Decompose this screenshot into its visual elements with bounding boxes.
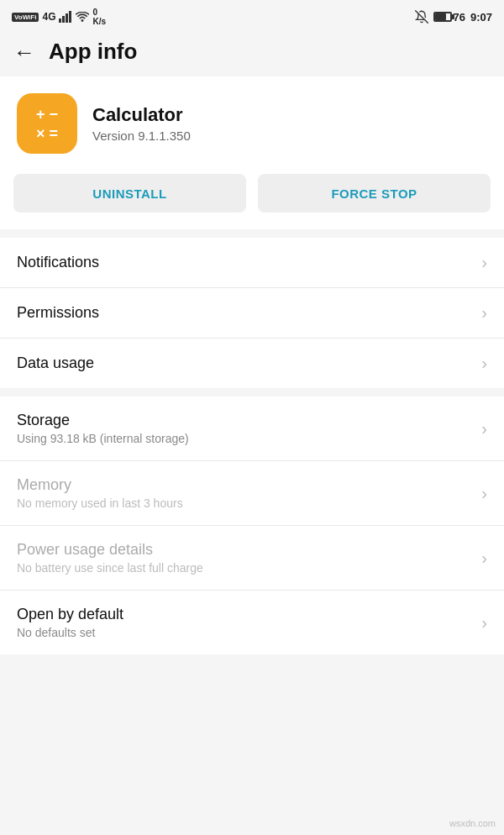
svg-rect-2 — [66, 13, 68, 23]
data-usage-item[interactable]: Data usage › — [0, 339, 504, 388]
status-right: 76 9:07 — [415, 10, 493, 24]
memory-subtitle: No memory used in last 3 hours — [17, 496, 183, 510]
calc-minus: − — [50, 107, 59, 122]
status-left: VoWiFi 4G 0K/s — [12, 8, 106, 26]
chevron-right-icon: › — [481, 253, 487, 272]
chevron-right-icon: › — [481, 303, 487, 323]
back-button[interactable]: ← — [13, 41, 35, 63]
app-name: Calculator — [92, 104, 191, 126]
action-buttons: UNINSTALL FORCE STOP — [0, 174, 504, 229]
force-stop-button[interactable]: FORCE STOP — [258, 174, 491, 213]
chevron-right-icon: › — [481, 419, 487, 439]
uninstall-button[interactable]: UNINSTALL — [13, 174, 246, 213]
section-divider-2 — [0, 388, 504, 396]
storage-title: Storage — [17, 412, 189, 429]
memory-item[interactable]: Memory No memory used in last 3 hours › — [0, 461, 504, 526]
app-card: + − × = Calculator Version 9.1.1.350 — [0, 76, 504, 174]
storage-item[interactable]: Storage Using 93.18 kB (internal storage… — [0, 396, 504, 461]
svg-point-4 — [81, 19, 84, 22]
signal-bars-icon — [59, 11, 72, 23]
menu-section-2: Storage Using 93.18 kB (internal storage… — [0, 396, 504, 654]
permissions-title: Permissions — [17, 304, 99, 322]
svg-rect-0 — [59, 18, 61, 23]
app-version: Version 9.1.1.350 — [92, 129, 191, 143]
wifi-icon — [76, 12, 89, 23]
data-usage-title: Data usage — [17, 354, 94, 372]
chevron-right-icon: › — [481, 549, 487, 568]
status-bar: VoWiFi 4G 0K/s 76 9:07 — [0, 0, 504, 30]
bell-muted-icon — [415, 10, 428, 24]
power-usage-subtitle: No battery use since last full charge — [17, 561, 203, 575]
notifications-title: Notifications — [17, 254, 99, 271]
page-title: App info — [49, 39, 137, 65]
svg-rect-3 — [69, 11, 71, 23]
vowifi-label: VoWiFi — [12, 13, 39, 22]
calc-equals: = — [50, 126, 59, 141]
header: ← App info — [0, 30, 504, 76]
app-details: Calculator Version 9.1.1.350 — [92, 104, 191, 143]
svg-line-5 — [415, 11, 428, 24]
signal-4g: 4G — [42, 11, 55, 23]
open-by-default-title: Open by default — [17, 606, 123, 623]
section-divider-1 — [0, 229, 504, 238]
time-display: 9:07 — [470, 11, 492, 24]
power-usage-title: Power usage details — [17, 541, 203, 559]
calc-times: × — [36, 126, 45, 141]
open-by-default-item[interactable]: Open by default No defaults set › — [0, 591, 504, 654]
calc-plus: + — [36, 107, 45, 122]
permissions-item[interactable]: Permissions › — [0, 288, 504, 339]
watermark: wsxdn.com — [449, 818, 496, 828]
chevron-right-icon: › — [481, 354, 487, 373]
storage-subtitle: Using 93.18 kB (internal storage) — [17, 432, 189, 445]
chevron-right-icon: › — [481, 484, 487, 503]
app-icon: + − × = — [17, 93, 77, 154]
notifications-item[interactable]: Notifications › — [0, 238, 504, 288]
menu-section-1: Notifications › Permissions › Data usage… — [0, 238, 504, 388]
memory-title: Memory — [17, 476, 183, 494]
calc-icon-grid: + − × = — [28, 98, 66, 150]
data-rate: 0K/s — [92, 8, 106, 26]
battery-indicator: 76 — [433, 11, 465, 24]
svg-rect-1 — [62, 16, 65, 23]
chevron-right-icon: › — [481, 613, 487, 633]
power-usage-item[interactable]: Power usage details No battery use since… — [0, 526, 504, 591]
open-by-default-subtitle: No defaults set — [17, 626, 123, 639]
battery-percent: 76 — [454, 11, 465, 24]
